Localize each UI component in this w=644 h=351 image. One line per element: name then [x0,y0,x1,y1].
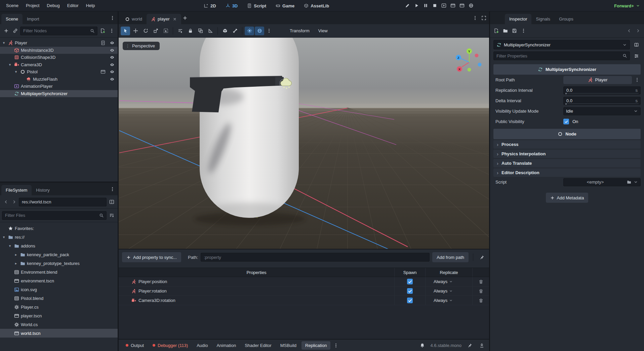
script-value-select[interactable]: <empty> [563,178,641,186]
expand-arrow[interactable]: ▾ [7,63,12,67]
expand-arrow[interactable]: ▸ [13,261,18,266]
menu-project[interactable]: Project [23,2,43,9]
expand-arrow[interactable]: ▾ [1,41,6,45]
replicated-property-camera3d-rotation[interactable]: Camera3D:rotationAlways [119,296,489,305]
file-addons[interactable]: ▾addons [0,241,118,250]
group-physics-interpolation[interactable]: ›Physics Interpolation [493,150,641,158]
visibility-toggle-button[interactable] [108,69,116,74]
category-node[interactable]: Node [493,129,641,139]
node-path-options-button[interactable] [633,77,641,82]
run-specific-scene-button[interactable] [449,1,457,9]
skeleton-options-button[interactable] [230,27,240,35]
close-tab-button[interactable] [173,17,177,21]
node-animationplayer[interactable]: AnimationPlayer [0,83,118,90]
panel-tab-shader-editor[interactable]: Shader Editor [241,341,275,350]
visibility-toggle-button[interactable] [108,62,116,67]
add-metadata-button[interactable]: Add Metadata [546,193,589,203]
spawn-checkbox[interactable] [407,298,413,303]
panel-tab-replication[interactable]: Replication [301,341,330,350]
open-documentation-button[interactable] [632,40,641,49]
rotate-mode-button[interactable] [141,27,150,35]
node-muzzleflash[interactable]: MuzzleFlash [0,76,118,83]
panel-tab-output[interactable]: Output [122,341,148,350]
number-field[interactable]: 0.0s [563,97,641,105]
group-process[interactable]: ›Process [493,140,641,149]
workspace-script[interactable]: Script [244,2,269,10]
add-node-button[interactable] [2,27,10,35]
preview-sunlight-button[interactable] [245,27,254,35]
scene-tab-world[interactable]: world [121,14,147,24]
replicated-property-player-rotation[interactable]: Player:rotationAlways [119,286,489,296]
snap-object-button[interactable] [220,27,230,35]
viewport-menu-transform[interactable]: Transform [286,27,314,35]
select-box-mode-button[interactable] [161,27,170,35]
node-multiplayersynchronizer[interactable]: MultiplayerSynchronizer [0,90,118,98]
manage-properties-button[interactable] [632,51,641,60]
menu-scene[interactable]: Scene [3,2,22,9]
node-collisionshape3d[interactable]: CollisionShape3D [0,54,118,61]
scene-dock-tab-import[interactable]: Import [23,14,44,24]
category-multiplayersynchronizer[interactable]: MultiplayerSynchronizer [493,64,641,75]
delete-property-button[interactable] [477,289,485,294]
move-mode-button[interactable] [131,27,140,35]
renderer-select[interactable]: Forward+ [614,0,640,11]
stop-button[interactable] [431,1,439,9]
bottom-panel-menu-button[interactable] [332,341,340,349]
viewport-menu-view[interactable]: View [314,27,332,35]
file-player-cs[interactable]: Player.cs [0,303,118,311]
filter-nodes-input[interactable] [20,27,97,35]
menu-debug[interactable]: Debug [43,2,63,9]
file-kenney-particle-pack[interactable]: ▸kenney_particle_pack [0,250,118,259]
pause-button[interactable] [421,1,430,9]
filesystem-dock-tab-history[interactable]: History [32,185,54,195]
panel-tab-animation[interactable]: Animation [213,341,240,350]
node-path-value[interactable]: Player [563,76,632,84]
spawn-checkbox[interactable] [407,279,413,284]
delete-property-button[interactable] [477,279,485,284]
select-mode-button[interactable] [121,27,130,35]
visibility-toggle-button[interactable] [108,40,116,45]
expand-arrow[interactable]: ▾ [7,244,12,248]
spawn-checkbox[interactable] [407,288,413,294]
instanced-scene-button[interactable] [99,69,107,74]
file-kenney-prototype-textures[interactable]: ▸kenney_prototype_textures [0,259,118,268]
scene-dock-menu-button[interactable] [108,14,116,22]
file-world-cs[interactable]: World.cs [0,320,118,329]
workspace-assetlib[interactable]: AssetLib [301,2,332,10]
group-editor-description[interactable]: ›Editor Description [493,168,641,177]
pin-bottom-panel-button[interactable] [466,341,474,349]
history-forward-button[interactable] [10,198,18,206]
inspector-forward-button[interactable] [634,27,642,35]
instantiate-scene-button[interactable] [11,27,19,35]
workspace-game[interactable]: Game [273,2,297,10]
add-from-path-button[interactable]: Add from path [432,252,469,262]
property-path-input[interactable] [201,253,430,262]
node-meshinstance3d[interactable]: MeshInstance3D [0,47,118,54]
collapse-bottom-panel-button[interactable] [478,341,486,349]
inspector-tab-inspector[interactable]: Inspector [505,14,531,24]
expand-arrow[interactable]: ▾ [13,70,18,74]
preview-environment-button[interactable] [255,27,264,35]
file-pistol-blend[interactable]: Pistol.blend [0,294,118,303]
group-node-button[interactable] [196,27,205,35]
node-pistol[interactable]: ▾Pistol [0,68,118,76]
workspace-3d[interactable]: 3D [223,2,241,10]
filter-properties-input[interactable] [493,51,630,60]
split-filesystem-button[interactable] [108,198,116,206]
replicate-mode-select[interactable]: Always [434,288,453,294]
scene-tab-player[interactable]: player [147,14,181,24]
menu-editor[interactable]: Editor [64,2,82,9]
inspector-back-button[interactable] [625,27,633,35]
number-field[interactable]: 0.0s [563,86,641,94]
file-sort-button[interactable] [108,211,116,220]
remote-debug-button[interactable] [467,1,475,9]
filter-files-input[interactable] [2,211,107,220]
distraction-free-button[interactable] [480,14,488,22]
filesystem-dock-tab-filesystem[interactable]: FileSystem [1,185,32,195]
inspector-tab-signals[interactable]: Signals [531,14,555,24]
pin-replication-button[interactable] [478,253,486,261]
3d-viewport[interactable]: Y X Z ⋮ Perspective [119,38,489,249]
history-back-button[interactable] [2,198,9,206]
visibility-toggle-button[interactable] [108,55,116,60]
scene-tab-menu-button[interactable] [471,14,479,22]
